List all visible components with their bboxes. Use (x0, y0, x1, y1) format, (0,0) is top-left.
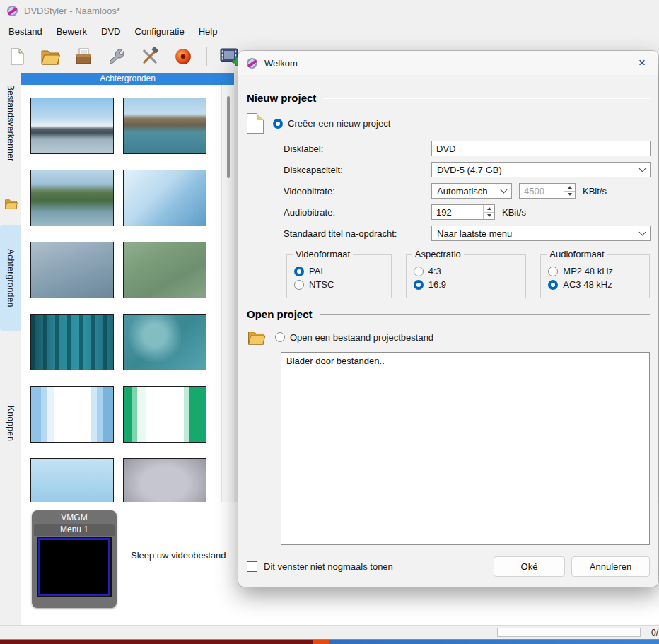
background-thumbnail[interactable] (123, 242, 206, 298)
background-thumbnail[interactable] (123, 170, 206, 226)
audiobitrate-input[interactable] (432, 205, 483, 219)
radio-16-9[interactable]: 16:9 (414, 279, 519, 290)
background-thumbnail[interactable] (123, 386, 206, 443)
group-title: Aspectratio (412, 249, 464, 259)
checkbox-label: Dit venster niet nogmaals tonen (264, 561, 393, 572)
audiobitrate-spinner (431, 204, 495, 220)
chevron-down-icon (639, 229, 646, 236)
spin-down-button[interactable] (564, 191, 575, 199)
new-document-icon (247, 113, 264, 134)
disklabel-input[interactable] (431, 141, 651, 156)
menu-preview-screen (38, 538, 110, 596)
close-icon[interactable]: × (630, 53, 654, 73)
background-thumbnail[interactable] (30, 458, 114, 502)
status-gauge (497, 628, 641, 637)
sidebar-tab-bestandsverkenner[interactable]: Bestandsverkenner (0, 79, 21, 215)
capacity-label: Diskcapaciteit: (284, 165, 431, 175)
background-thumbnail[interactable] (30, 386, 114, 443)
scrollbar[interactable] (221, 85, 234, 502)
tab-label: Knoppen (6, 406, 16, 441)
tools-icon (141, 47, 159, 66)
background-thumbnail[interactable] (30, 98, 114, 154)
section-divider (323, 98, 650, 99)
radio-mp2[interactable]: MP2 48 kHz (548, 266, 642, 276)
recent-projects-list[interactable]: Blader door bestanden.. (281, 352, 650, 545)
open-existing-project-radio[interactable]: Open een bestaand projectbestand (275, 332, 433, 343)
radio-ntsc[interactable]: NTSC (294, 279, 384, 290)
radio-circle (414, 280, 424, 290)
radio-label: 4:3 (428, 266, 441, 276)
open-project-section-header: Open project (247, 308, 650, 320)
menu-dvd[interactable]: DVD (94, 23, 127, 40)
menu-configuratie[interactable]: Configuratie (128, 23, 192, 40)
radio-label: Open een bestaand projectbestand (290, 332, 433, 343)
radio-circle (414, 267, 424, 276)
burn-disc-icon (174, 47, 192, 66)
background-thumbnail[interactable] (123, 314, 206, 370)
background-thumbnail[interactable] (123, 98, 206, 154)
menu-bar: Bestand Bewerk DVD Configuratie Help (0, 21, 659, 41)
menu1-label: Menu 1 (34, 524, 115, 536)
create-new-project-radio[interactable]: Creëer een nieuw project (273, 118, 390, 129)
new-project-button[interactable] (6, 45, 28, 68)
radio-circle (273, 119, 283, 129)
settings-button[interactable] (139, 45, 161, 68)
radio-pal[interactable]: PAL (294, 266, 384, 276)
spin-up-button[interactable] (564, 184, 575, 191)
cancel-button[interactable]: Annuleren (571, 556, 650, 577)
ok-button[interactable]: Oké (494, 556, 565, 577)
tab-label: Achtergronden (6, 249, 16, 308)
new-document-icon (8, 47, 26, 66)
list-item[interactable]: Blader door bestanden.. (286, 356, 644, 366)
spin-down-button[interactable] (483, 212, 494, 220)
radio-label: PAL (309, 266, 326, 276)
section-divider (320, 314, 650, 315)
section-heading: Nieuw project (247, 92, 316, 104)
dialog-app-icon (246, 57, 258, 69)
save-project-button[interactable] (72, 45, 95, 68)
radio-ac3[interactable]: AC3 48 kHz (548, 279, 642, 290)
videobitrate-label: Videobitrate: (284, 186, 431, 197)
menu-bestand[interactable]: Bestand (1, 23, 49, 40)
menu-help[interactable]: Help (192, 23, 225, 40)
sidebar-tab-knoppen[interactable]: Knoppen (0, 387, 21, 459)
status-count: 0/ (651, 628, 658, 638)
open-folder-icon (247, 329, 266, 345)
tab-label: Bestandsverkenner (6, 85, 16, 162)
background-thumbnail[interactable] (30, 170, 114, 226)
status-bar: 0/ (0, 625, 659, 639)
capacity-select[interactable]: DVD-5 (4.7 GB) (431, 162, 651, 177)
backgrounds-list (21, 85, 221, 502)
app-icon (6, 5, 18, 17)
vmgm-menu-item[interactable]: VMGM Menu 1 (32, 510, 117, 608)
audioformat-group: Audioformaat MP2 48 kHz AC3 48 kHz (540, 254, 650, 298)
post-command-label: Standaard titel na-opdracht: (284, 228, 431, 239)
videobitrate-mode-select[interactable]: Automatisch (431, 183, 512, 199)
videoformat-group: Videoformaat PAL NTSC (286, 254, 392, 298)
background-thumbnail[interactable] (30, 242, 114, 298)
spin-up-button[interactable] (483, 205, 494, 212)
save-project-icon (74, 47, 93, 66)
radio-label: AC3 48 kHz (563, 279, 612, 290)
disklabel-label: Disklabel: (284, 144, 431, 154)
burn-button[interactable] (172, 45, 194, 68)
open-project-button[interactable] (39, 45, 62, 68)
scrollbar-thumb[interactable] (227, 96, 230, 178)
audiobitrate-unit: KBit/s (502, 207, 526, 218)
dvd-options-button[interactable] (105, 45, 128, 68)
audiobitrate-label: Audiobitrate: (284, 207, 431, 218)
window-title: DVDStyler - Naamloos* (24, 6, 120, 16)
radio-circle (548, 280, 558, 290)
radio-4-3[interactable]: 4:3 (414, 266, 519, 276)
dont-show-again-checkbox[interactable] (247, 561, 257, 572)
group-title: Audioformaat (547, 249, 607, 259)
videobitrate-unit: KBit/s (583, 186, 607, 197)
toolbar-separator (206, 47, 207, 66)
desktop-background (0, 640, 659, 644)
menu-bewerk[interactable]: Bewerk (49, 23, 94, 40)
radio-label: Creëer een nieuw project (288, 118, 390, 129)
background-thumbnail[interactable] (123, 458, 206, 502)
background-thumbnail[interactable] (30, 314, 114, 370)
post-command-select[interactable]: Naar laatste menu (431, 226, 651, 241)
sidebar-tab-achtergronden[interactable]: Achtergronden (0, 225, 21, 331)
